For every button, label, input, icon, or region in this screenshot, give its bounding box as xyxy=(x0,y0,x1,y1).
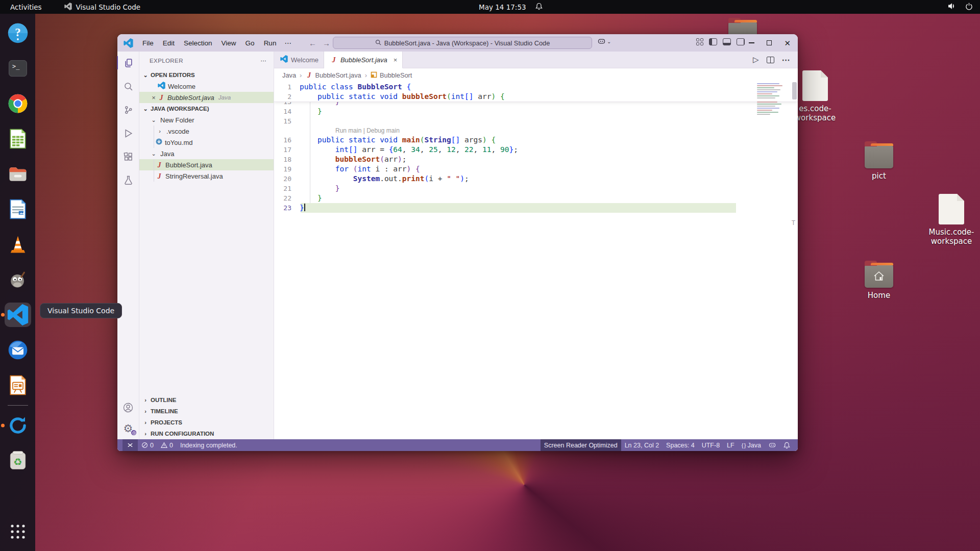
tree-item-stringreversal-java[interactable]: JStringReversal.java xyxy=(139,170,274,182)
code-line-14[interactable]: 14 } xyxy=(274,107,798,116)
dock-item-terminal[interactable]: >_ xyxy=(5,56,31,81)
copilot-menu[interactable]: ⌄ xyxy=(597,38,611,45)
open-editor-welcome[interactable]: Welcome xyxy=(139,81,274,92)
code-editor[interactable]: 1public class BubbleSort {2 public stati… xyxy=(274,82,798,439)
menu-more-button[interactable]: ⋯ xyxy=(280,37,296,48)
dock-item-help[interactable]: ? xyxy=(5,21,31,45)
app-grid-button[interactable] xyxy=(5,519,31,544)
settings-gear-icon[interactable]: ⚙ xyxy=(122,422,134,434)
title-bar[interactable]: FileEditSelectionViewGoRun ⋯ ← → BubbleS… xyxy=(117,34,798,52)
status-eol-sequence[interactable]: LF xyxy=(723,439,738,451)
menu-edit[interactable]: Edit xyxy=(159,38,179,48)
tab-close-icon[interactable]: × xyxy=(394,56,398,64)
status-indentation[interactable]: Spaces: 4 xyxy=(663,439,698,451)
toggle-primary-sidebar-icon[interactable] xyxy=(709,38,717,45)
close-editor-icon[interactable]: × xyxy=(150,94,158,102)
nav-back-icon[interactable]: ← xyxy=(309,39,316,47)
status-warning-count[interactable]: 0 xyxy=(157,439,177,451)
section-outline[interactable]: ›OUTLINE xyxy=(139,394,274,406)
dock-item-software-updater[interactable] xyxy=(5,413,31,438)
dock-item-vscode[interactable] xyxy=(5,303,31,327)
close-button[interactable]: ✕ xyxy=(784,39,791,47)
toggle-secondary-sidebar-icon[interactable] xyxy=(737,38,745,45)
run-java-icon[interactable]: ▷ xyxy=(753,55,759,64)
menu-view[interactable]: View xyxy=(217,38,240,48)
menu-file[interactable]: File xyxy=(138,38,158,48)
code-line-21[interactable]: 21 } xyxy=(274,184,798,193)
section-run-configuration[interactable]: ›RUN CONFIGURATION xyxy=(139,428,274,439)
explorer-view-icon[interactable] xyxy=(122,57,134,69)
desktop-icon-home-folder[interactable]: Home xyxy=(843,260,915,300)
tab-welcome[interactable]: Welcome xyxy=(274,52,324,68)
code-line-22[interactable]: 22 } xyxy=(274,193,798,203)
status-copilot-status[interactable] xyxy=(765,439,780,451)
status-screen-reader-mode[interactable]: Screen Reader Optimized xyxy=(541,439,621,451)
dock-item-vlc[interactable] xyxy=(5,232,31,257)
code-line-16[interactable]: 16 public static void main(String[] args… xyxy=(274,135,798,145)
split-editor-icon[interactable] xyxy=(767,57,774,63)
breadcrumb-item[interactable]: Java xyxy=(282,71,296,79)
code-line-19[interactable]: 19 for (int i : arr) { xyxy=(274,164,798,174)
open-editors-header[interactable]: ⌄ OPEN EDITORS xyxy=(139,69,274,81)
status-indexing-status[interactable]: Indexing completed. xyxy=(177,439,241,451)
desktop-icon-music-code-workspace-file[interactable]: Music.code-workspace xyxy=(916,194,980,246)
section-projects[interactable]: ›PROJECTS xyxy=(139,417,274,428)
menu-go[interactable]: Go xyxy=(241,38,259,48)
tab-bubblesort-java[interactable]: JBubbleSort.java× xyxy=(324,52,403,68)
tree-item--vscode[interactable]: ›.vscode xyxy=(139,126,274,137)
extensions-view-icon[interactable] xyxy=(122,151,134,163)
maximize-button[interactable] xyxy=(767,40,772,45)
tree-item-new-folder[interactable]: ⌄New Folder xyxy=(139,114,274,126)
accounts-icon[interactable] xyxy=(122,402,134,414)
customize-layout-icon[interactable] xyxy=(696,38,703,45)
workspace-header[interactable]: ⌄ JAVA (WORKSPACE) xyxy=(139,103,274,114)
desktop-icon-pict-folder[interactable]: pict xyxy=(843,141,915,181)
breadcrumb-item[interactable]: JBubbleSort.java xyxy=(305,71,361,79)
status-notifications-bell[interactable] xyxy=(780,439,794,451)
editor-more-actions-icon[interactable]: ⋯ xyxy=(782,55,791,65)
dock-item-libreoffice-calc[interactable] xyxy=(5,127,31,151)
status-cursor-position[interactable]: Ln 23, Col 2 xyxy=(621,439,663,451)
source-control-view-icon[interactable] xyxy=(122,104,134,116)
code-line-20[interactable]: 20 System.out.print(i + " "); xyxy=(274,174,798,184)
tree-item-bubblesort-java[interactable]: JBubbleSort.java xyxy=(139,159,274,170)
activities-button[interactable]: Activities xyxy=(0,0,52,14)
dock-item-chrome[interactable] xyxy=(5,91,31,116)
search-view-icon[interactable] xyxy=(122,80,134,92)
code-line-17[interactable]: 17 int[] arr = {64, 34, 25, 12, 22, 11, … xyxy=(274,145,798,155)
code-line-18[interactable]: 18 bubbleSort(arr); xyxy=(274,155,798,164)
status-error-count[interactable]: 0 xyxy=(138,439,157,451)
tree-item-java[interactable]: ⌄Java xyxy=(139,148,274,159)
minimap[interactable] xyxy=(757,83,790,116)
command-center[interactable]: BubbleSort.java - Java (Workspace) - Vis… xyxy=(333,37,592,49)
dock-item-file-manager[interactable] xyxy=(5,162,31,186)
dock-item-libreoffice-impress[interactable] xyxy=(5,373,31,397)
status-language-mode[interactable]: { }Java xyxy=(738,439,765,451)
code-line-1[interactable]: 1public class BubbleSort { xyxy=(274,82,798,92)
codelens-run-main[interactable]: Run main xyxy=(335,127,361,134)
dock-item-thunderbird[interactable] xyxy=(5,338,31,362)
focused-app-menu[interactable]: Visual Studio Code xyxy=(64,3,140,12)
toggle-panel-icon[interactable] xyxy=(723,38,731,45)
volume-icon[interactable] xyxy=(947,2,956,12)
code-line-13[interactable]: 13 } xyxy=(274,102,798,107)
menu-run[interactable]: Run xyxy=(260,38,281,48)
menu-selection[interactable]: Selection xyxy=(180,38,216,48)
dock-item-trash[interactable]: ♻ xyxy=(5,448,31,473)
tree-item-toyou-md[interactable]: toYou.md xyxy=(139,137,274,148)
vertical-scrollbar[interactable] xyxy=(792,82,797,99)
notification-bell-icon[interactable] xyxy=(535,3,543,12)
code-line-2[interactable]: 2 public static void bubbleSort(int[] ar… xyxy=(274,92,798,102)
explorer-more-button[interactable]: ⋯ xyxy=(261,57,268,64)
nav-forward-icon[interactable]: → xyxy=(323,39,330,47)
code-line-23[interactable]: 23} xyxy=(274,203,798,213)
codelens-debug-main[interactable]: Debug main xyxy=(366,127,400,134)
section-timeline[interactable]: ›TIMELINE xyxy=(139,406,274,417)
minimize-button[interactable] xyxy=(749,42,754,43)
run-debug-view-icon[interactable] xyxy=(122,127,134,139)
open-editor-bubblesort-java[interactable]: ×JBubbleSort.javaJava xyxy=(139,92,274,103)
power-icon[interactable] xyxy=(965,2,973,12)
status-remote-indicator[interactable] xyxy=(122,439,138,451)
dock-item-gimp[interactable] xyxy=(5,267,31,292)
status-encoding[interactable]: UTF-8 xyxy=(698,439,723,451)
